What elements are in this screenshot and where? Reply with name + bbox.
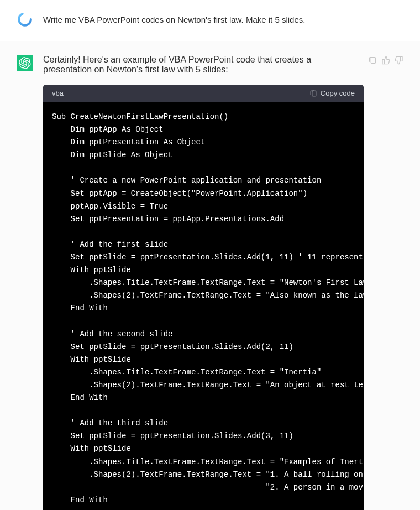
clipboard-icon[interactable] [368,56,377,65]
code-header: vba Copy code [43,85,364,102]
user-avatar-icon [17,12,33,27]
svg-rect-1 [312,91,316,96]
openai-logo-icon [19,57,31,69]
assistant-avatar [17,55,33,71]
assistant-content: Certainly! Here's an example of VBA Powe… [43,55,358,510]
code-block: vba Copy code Sub CreateNewtonFirstLawPr… [43,85,364,510]
user-message-row: Write me VBA PowerPoint codes on Newton'… [0,0,420,41]
user-message-text: Write me VBA PowerPoint codes on Newton'… [43,11,403,27]
code-content[interactable]: Sub CreateNewtonFirstLawPresentation() D… [43,102,364,510]
svg-point-0 [19,13,31,25]
assistant-intro-text: Certainly! Here's an example of VBA Powe… [43,55,358,75]
assistant-message-row: Certainly! Here's an example of VBA Powe… [0,41,420,510]
thumbs-up-icon[interactable] [381,56,390,65]
user-avatar [17,11,33,28]
svg-rect-2 [371,58,375,64]
code-language-label: vba [52,89,64,97]
message-actions [368,55,403,65]
clipboard-icon [309,90,317,97]
copy-code-label: Copy code [321,89,355,97]
thumbs-down-icon[interactable] [395,56,403,65]
copy-code-button[interactable]: Copy code [309,89,355,97]
